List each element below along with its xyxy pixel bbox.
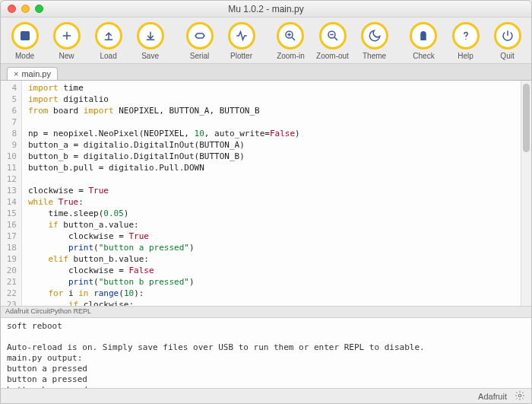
load-button[interactable]: Load bbox=[89, 22, 128, 60]
toolbar-label: New bbox=[59, 52, 74, 60]
svg-point-5 bbox=[518, 394, 521, 397]
plotter-button[interactable]: Plotter bbox=[222, 22, 261, 60]
svg-point-3 bbox=[423, 31, 425, 33]
repl-pane[interactable]: soft reboot Auto-reload is on. Simply sa… bbox=[1, 318, 531, 388]
code-area[interactable]: import timeimport digitaliofrom board im… bbox=[22, 81, 531, 306]
tabbar: × main.py bbox=[1, 64, 531, 81]
help-button[interactable]: Help bbox=[446, 22, 485, 60]
tab-close-icon[interactable]: × bbox=[14, 69, 18, 78]
toolbar-label: Zoom-out bbox=[316, 52, 349, 60]
zoom-in-icon bbox=[277, 22, 304, 49]
window-title: Mu 1.0.2 - main.py bbox=[1, 4, 531, 14]
quit-icon bbox=[494, 22, 521, 49]
repl-line: button a pressed bbox=[7, 364, 525, 374]
zoom-window-button[interactable] bbox=[35, 5, 43, 13]
plotter-icon bbox=[228, 22, 255, 49]
quit-button[interactable]: Quit bbox=[488, 22, 527, 60]
toolbar-label: Help bbox=[458, 52, 473, 60]
toolbar-label: Plotter bbox=[230, 52, 252, 60]
toolbar-label: Theme bbox=[363, 52, 386, 60]
repl-line bbox=[7, 332, 525, 342]
toolbar-label: Save bbox=[141, 52, 159, 60]
repl-title: Adafruit CircuitPython REPL bbox=[1, 306, 531, 318]
zoom-in-button[interactable]: Zoom-in bbox=[271, 22, 310, 60]
upload-icon bbox=[95, 22, 122, 49]
tab-filename: main.py bbox=[21, 69, 51, 78]
help-icon bbox=[452, 22, 480, 49]
check-icon bbox=[410, 22, 437, 49]
svg-point-4 bbox=[465, 39, 467, 40]
toolbar-label: Quit bbox=[500, 52, 514, 60]
toolbar-label: Zoom-in bbox=[277, 52, 305, 60]
svg-rect-0 bbox=[21, 31, 30, 40]
status-board: Adafruit bbox=[478, 392, 507, 401]
toolbar-label: Load bbox=[100, 52, 116, 60]
statusbar: Adafruit bbox=[1, 388, 531, 403]
zoom-out-button[interactable]: Zoom-out bbox=[313, 22, 352, 60]
repl-line: soft reboot bbox=[7, 321, 525, 332]
serial-icon bbox=[186, 22, 214, 49]
tab-mainpy[interactable]: × main.py bbox=[7, 67, 58, 80]
toolbar-label: Serial bbox=[190, 52, 210, 60]
scrollbar-thumb[interactable] bbox=[523, 84, 530, 152]
theme-button[interactable]: Theme bbox=[355, 22, 394, 60]
repl-line: main.py output: bbox=[7, 353, 525, 364]
repl-line: button a pressed bbox=[7, 374, 525, 385]
code-editor[interactable]: 4567891011121314151617181920212223242526… bbox=[1, 81, 531, 306]
repl-line: button b pressed bbox=[7, 385, 525, 388]
toolbar: ModeNewLoadSaveSerialPlotterZoom-inZoom-… bbox=[1, 17, 531, 64]
gear-icon[interactable] bbox=[515, 390, 525, 402]
plus-icon bbox=[53, 22, 81, 49]
editor-scrollbar[interactable] bbox=[521, 81, 531, 306]
zoom-out-icon bbox=[319, 22, 347, 49]
titlebar: Mu 1.0.2 - main.py bbox=[1, 1, 531, 17]
toolbar-label: Mode bbox=[15, 52, 34, 60]
new-button[interactable]: New bbox=[47, 22, 86, 60]
toolbar-label: Check bbox=[413, 52, 434, 60]
repl-line: Auto-reload is on. Simply save files ove… bbox=[7, 342, 525, 353]
mode-button[interactable]: Mode bbox=[5, 22, 44, 60]
serial-button[interactable]: Serial bbox=[180, 22, 219, 60]
minimize-window-button[interactable] bbox=[21, 5, 30, 13]
close-window-button[interactable] bbox=[8, 5, 16, 13]
mode-icon bbox=[11, 22, 39, 49]
line-gutter: 4567891011121314151617181920212223242526… bbox=[1, 81, 22, 306]
theme-icon bbox=[361, 22, 388, 49]
check-button[interactable]: Check bbox=[404, 22, 443, 60]
download-icon bbox=[137, 22, 164, 49]
save-button[interactable]: Save bbox=[131, 22, 169, 60]
